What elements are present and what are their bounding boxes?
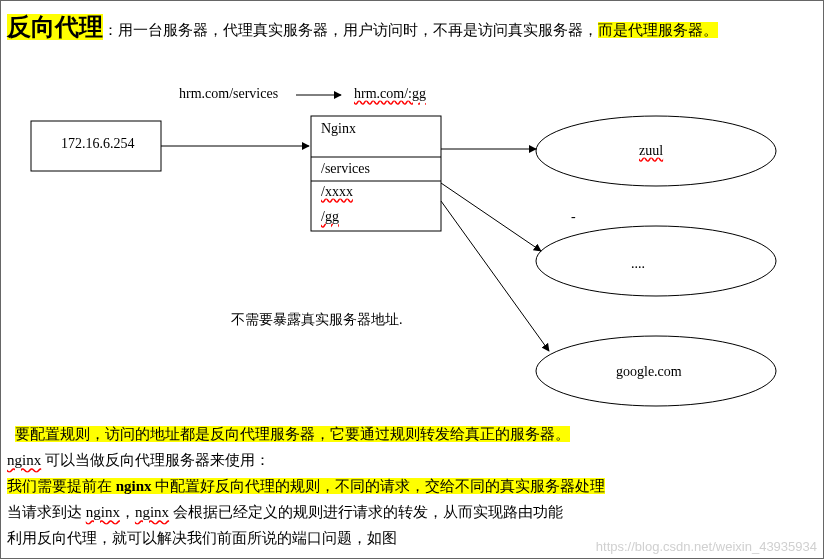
intro-plain-text: 用一台服务器，代理真实服务器，用户访问时，不再是访问真实服务器， [118,22,598,38]
body-line1-hl: 要配置规则，访问的地址都是反向代理服务器，它要通过规则转发给真正的服务器。 [15,426,570,442]
node2-label: .... [631,256,645,272]
body-line4-a: 当请求到达 [7,504,86,520]
svg-point-5 [536,226,776,296]
svg-line-11 [441,201,549,351]
colon: ： [103,22,118,38]
route2-label: /xxxx [321,184,353,200]
nginx-word: nginx [7,452,41,468]
watermark: https://blog.csdn.net/weixin_43935934 [596,539,817,554]
url-right-label: hrm.com/:gg [354,86,426,102]
document-page: 反向代理：用一台服务器，代理真实服务器，用户访问时，不再是访问真实服务器，而是代… [0,0,824,559]
intro-paragraph: 反向代理：用一台服务器，代理真实服务器，用户访问时，不再是访问真实服务器，而是代… [7,13,815,44]
body-line4-e: 会根据已经定义的规则进行请求的转发，从而实现路由功能 [169,504,563,520]
body-line4: 当请求到达 nginx，nginx 会根据已经定义的规则进行请求的转发，从而实现… [7,499,817,525]
body-line3-a: 我们需要提前在 [7,478,116,494]
diagram: 172.16.6.254 hrm.com/services hrm.com/:g… [1,81,821,411]
body-line3-c: 中配置好反向代理的规则，不同的请求，交给不同的真实服务器处理 [152,478,606,494]
nginx-title-label: Nginx [321,121,356,137]
client-ip-label: 172.16.6.254 [61,136,135,152]
nginx-bold: nginx [116,478,152,494]
nginx-word3: nginx [135,504,169,520]
node2-dash-label: - [571,209,576,225]
intro-tail-highlight: 而是代理服务器。 [598,22,718,38]
body-text: 要配置规则，访问的地址都是反向代理服务器，它要通过规则转发给真正的服务器。 ng… [7,421,817,551]
body-line4-c: ， [120,504,135,520]
node1-label: zuul [639,143,663,159]
body-line2: nginx 可以当做反向代理服务器来使用： [7,447,817,473]
diagram-svg [1,81,821,421]
route3-label: /gg [321,209,339,225]
route1-label: /services [321,161,370,177]
title-highlight: 反向代理 [7,14,103,40]
body-line2-tail: 可以当做反向代理服务器来使用： [41,452,270,468]
url-left-label: hrm.com/services [179,86,278,102]
diagram-note: 不需要暴露真实服务器地址. [231,311,403,329]
node3-label: google.com [616,364,682,380]
body-line1: 要配置规则，访问的地址都是反向代理服务器，它要通过规则转发给真正的服务器。 [7,421,817,447]
svg-line-10 [441,183,541,251]
body-line3: 我们需要提前在 nginx 中配置好反向代理的规则，不同的请求，交给不同的真实服… [7,473,817,499]
nginx-word2: nginx [86,504,120,520]
